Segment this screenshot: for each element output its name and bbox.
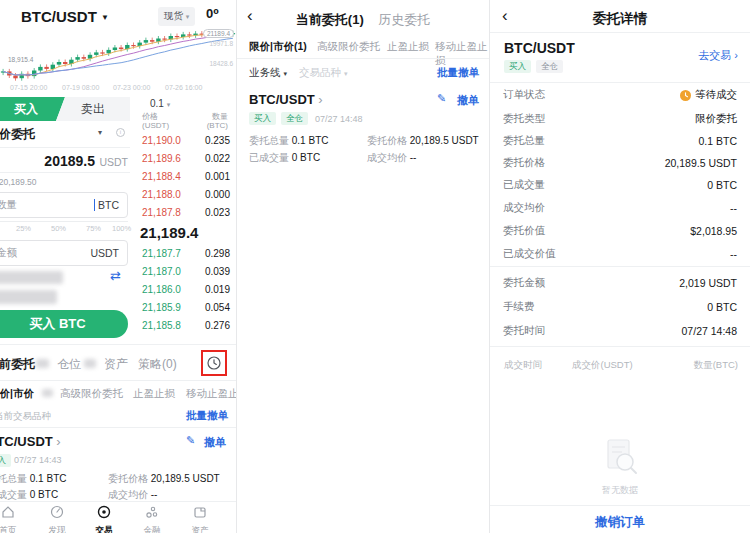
nav-finance[interactable]: 金融 <box>130 504 174 533</box>
order-history-icon[interactable] <box>206 355 222 371</box>
caret-down-icon: ▾ <box>344 70 348 77</box>
bid-row[interactable]: 21,185.90.054 <box>142 302 230 313</box>
bid-row[interactable]: 21,186.00.019 <box>142 284 230 295</box>
tab-strategy[interactable]: 策略(0) <box>138 356 177 373</box>
detail-row: 成交均价-- <box>490 201 750 215</box>
tab-current-orders[interactable]: 当前委托(1) <box>296 12 364 27</box>
amount-slider[interactable] <box>0 221 128 222</box>
order-details-panel: ‹ 委托详情 BTC/USDT 买入 全仓 去交易 › 订单状态 等待成交 委托… <box>490 0 750 533</box>
redacted-count <box>84 359 96 368</box>
ask-row[interactable]: 21,190.00.235 <box>142 135 230 146</box>
page-title: 委托详情 <box>490 10 750 28</box>
detail-row: 已成交价值-- <box>490 247 750 261</box>
subtab-tpsl[interactable]: 止盈止损 <box>133 387 175 401</box>
detail-row: 手续费0 BTC <box>490 300 750 314</box>
business-line-dropdown[interactable]: 业务线 ▾ <box>249 66 287 80</box>
pair-title: BTC/USDT <box>21 8 97 25</box>
go-trade-link[interactable]: 去交易 › <box>698 48 738 63</box>
fills-col-header: 成交时间 <box>504 359 542 372</box>
tab-positions[interactable]: 仓位 <box>57 356 81 373</box>
subtab-adv-limit[interactable]: 高级限价委托 <box>60 387 123 401</box>
trade-icon <box>96 504 112 520</box>
annotation-highlight-box <box>201 350 227 376</box>
ask-row[interactable]: 21,188.40.001 <box>142 171 230 182</box>
order-field: 委托价格 20,189.5 USDT <box>367 134 479 148</box>
orderbook-qty-header: 数量(BTC) <box>207 112 228 130</box>
pair-filter-dropdown[interactable]: 交易品种 ▾ <box>299 66 347 80</box>
market-type-caret-icon: ▾ <box>186 13 190 20</box>
tab-current-orders[interactable]: 当前委托 <box>0 356 35 373</box>
edit-order-icon[interactable]: ✎ <box>437 92 446 105</box>
order-type-caret-icon[interactable]: ▾ <box>98 128 102 137</box>
detail-row: 委托价值$2,018.95 <box>490 224 750 238</box>
slider-mark[interactable]: 100% <box>112 224 131 233</box>
detail-row: 委托时间07/27 14:48 <box>490 324 750 338</box>
ask-row[interactable]: 21,188.00.000 <box>142 189 230 200</box>
last-price[interactable]: 21,189.4 <box>140 224 198 241</box>
tab-history-orders[interactable]: 历史委托 <box>378 12 430 27</box>
tab-limit-market[interactable]: 限价|市价(1) <box>249 40 307 54</box>
depth-step-dropdown[interactable]: 0.1 ▾ <box>150 98 170 109</box>
chart-last-price-tag: 21189.4 <box>203 29 234 38</box>
nav-trade[interactable]: 交易 <box>82 504 126 533</box>
ask-row[interactable]: 21,189.60.022 <box>142 153 230 164</box>
panel-divider <box>489 0 490 533</box>
margin-badge: 全仓 <box>281 112 308 125</box>
slider-mark[interactable]: 50% <box>51 224 66 233</box>
nav-assets[interactable]: 资产 <box>178 504 222 533</box>
info-icon[interactable]: i <box>116 128 125 137</box>
kline-view-icon[interactable]: 0⁰ <box>206 6 219 21</box>
cancel-order-button[interactable]: 撤单 <box>204 435 226 450</box>
tab-assets[interactable]: 资产 <box>104 356 128 373</box>
tab-tpsl[interactable]: 止盈止损 <box>387 40 429 54</box>
x-tick: 07-23 00:00 <box>113 84 150 91</box>
home-icon <box>0 504 16 520</box>
subtab-limit-market[interactable]: 限价|市价 <box>0 387 34 401</box>
order-field: 成交均价 -- <box>108 488 157 502</box>
order-pair-link[interactable]: BTC/USDT › <box>0 434 61 449</box>
order-time: 07/27 14:48 <box>315 114 363 124</box>
scope-filter[interactable]: 当前交易品种 <box>0 410 51 423</box>
buy-submit-button[interactable]: 买入 BTC <box>0 310 128 338</box>
sell-tab[interactable]: 卖出 <box>56 97 130 121</box>
x-tick: 07-19 08:00 <box>62 84 99 91</box>
chart-low-label: 18,915.4 <box>8 56 33 63</box>
cancel-order-button[interactable]: 撤单 <box>457 93 479 108</box>
tab-adv-limit[interactable]: 高级限价委托 <box>317 40 380 54</box>
discover-icon <box>49 504 65 520</box>
market-type-dropdown[interactable]: 现货 ▾ <box>158 7 195 26</box>
order-pair-link[interactable]: BTC/USDT › <box>249 92 323 107</box>
redacted-balance <box>0 271 63 284</box>
nav-home[interactable]: 首页 <box>0 504 30 533</box>
cancel-order-button[interactable]: 撤销订单 <box>490 514 750 531</box>
tab-trailing[interactable]: 移动止盈止损 <box>435 40 489 68</box>
fills-col-header: 数量(BTC) <box>694 359 738 372</box>
bid-row[interactable]: 21,187.70.298 <box>142 248 230 259</box>
buy-tab[interactable]: 买入 <box>0 97 65 121</box>
detail-row: 委托类型限价委托 <box>490 112 750 126</box>
amount-input[interactable]: 金额 USDT <box>0 240 128 266</box>
order-field: 已成交量 0 BTC <box>0 488 58 502</box>
open-orders-panel: ‹ 当前委托(1) 历史委托 限价|市价(1) 高级限价委托 止盈止损 移动止盈… <box>237 0 489 533</box>
empty-state-text: 暂无数据 <box>490 484 750 497</box>
fiat-approx-value: ≈ $20,189.50 <box>0 177 37 187</box>
order-type-dropdown[interactable]: 限价委托 <box>0 126 35 143</box>
subtab-trailing[interactable]: 移动止盈止损 <box>186 387 236 401</box>
batch-cancel-button[interactable]: 批量撤单 <box>437 66 479 80</box>
slider-mark[interactable]: 25% <box>16 224 31 233</box>
slider-mark[interactable]: 75% <box>86 224 101 233</box>
edit-order-icon[interactable]: ✎ <box>186 434 195 447</box>
price-chart[interactable] <box>0 28 236 82</box>
order-time: 07/27 14:43 <box>14 455 62 465</box>
ask-row[interactable]: 21,187.80.023 <box>142 207 230 218</box>
price-input[interactable]: 20189.5 USDT <box>0 152 128 170</box>
pair-selector[interactable]: BTC/USDT ▼ <box>21 8 109 25</box>
quantity-input[interactable]: 数量 BTC <box>0 192 128 218</box>
bid-row[interactable]: 21,185.80.276 <box>142 320 230 331</box>
detail-row: 委托金额2,019 USDT <box>490 276 750 290</box>
bid-row[interactable]: 21,187.00.039 <box>142 266 230 277</box>
trade-screen-panel: BTC/USDT ▼ 现货 ▾ 0⁰ 21189.4 19971.8 18428… <box>0 0 236 533</box>
batch-cancel-button[interactable]: 批量撤单 <box>186 409 228 423</box>
swap-currency-icon[interactable]: ⇄ <box>110 268 121 283</box>
nav-discover[interactable]: 发现 <box>35 504 79 533</box>
